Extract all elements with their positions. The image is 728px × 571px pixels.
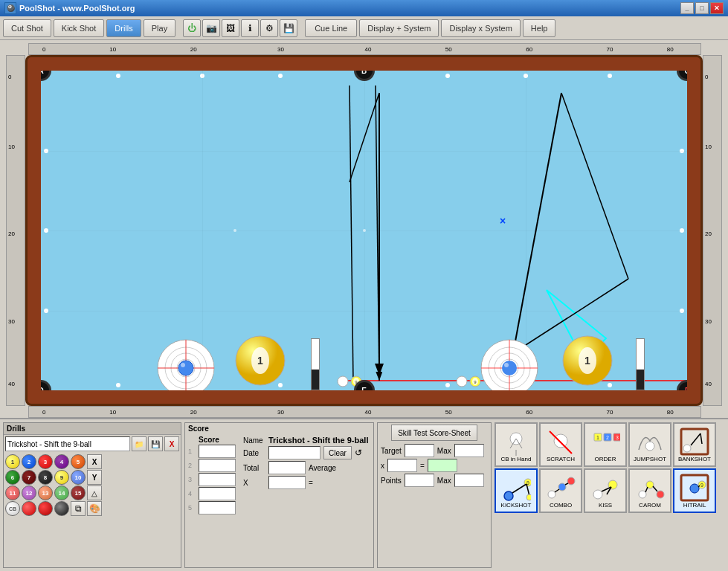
ball-12[interactable]: 12 xyxy=(22,485,36,500)
svg-text:1: 1 xyxy=(596,435,599,440)
svg-text:1: 1 xyxy=(584,355,590,367)
minimize-button[interactable]: _ xyxy=(680,2,694,14)
ball-row-3: 11 12 13 14 15 △ xyxy=(5,485,179,500)
save-icon[interactable]: 💾 xyxy=(280,19,297,37)
power-icon[interactable]: ⏻ xyxy=(183,19,201,37)
right-balls-bottom: 9 xyxy=(456,375,481,387)
svg-line-66 xyxy=(512,484,526,493)
info-icon[interactable]: ℹ xyxy=(241,19,259,37)
maximize-button[interactable]: □ xyxy=(695,2,709,14)
close-button[interactable]: ✕ xyxy=(710,2,724,14)
drill-name-input[interactable] xyxy=(5,436,130,451)
drill-x-button[interactable]: X xyxy=(164,436,179,451)
black-ball[interactable] xyxy=(54,501,69,516)
triangle-icon[interactable]: △ xyxy=(87,485,102,500)
red-ball[interactable] xyxy=(22,501,36,516)
help-button[interactable]: Help xyxy=(523,19,556,37)
cue-ball[interactable]: CB xyxy=(5,501,20,516)
left-gauge xyxy=(311,338,320,390)
skill-test-button[interactable]: Skill Test Score-Sheet xyxy=(391,425,477,441)
refresh-icon[interactable]: ↺ xyxy=(355,448,362,458)
clear-button[interactable]: Clear xyxy=(323,446,352,459)
rail-dot xyxy=(116,383,120,387)
window-controls: _ □ ✕ xyxy=(680,2,724,14)
ball-14[interactable]: 14 xyxy=(54,485,69,500)
photo-icon[interactable]: 🖼 xyxy=(222,19,239,37)
camera-icon[interactable]: 📷 xyxy=(202,19,220,37)
y-button[interactable]: Y xyxy=(87,470,102,485)
ball-10[interactable]: 10 xyxy=(71,470,86,485)
result-input[interactable] xyxy=(428,459,457,472)
palette-icon[interactable]: 🎨 xyxy=(87,501,102,516)
ball-9[interactable]: 9 xyxy=(54,470,69,485)
target-label: Target xyxy=(381,447,402,455)
x-button[interactable]: X xyxy=(87,454,102,469)
ball-8[interactable]: 8 xyxy=(38,470,53,485)
x2-input[interactable] xyxy=(387,459,417,472)
kickshot-icon[interactable]: 9 KICKSHOT xyxy=(495,468,538,513)
svg-point-42 xyxy=(457,376,467,387)
ball-3[interactable]: 3 xyxy=(38,454,53,469)
ball-6[interactable]: 6 xyxy=(5,470,20,485)
carom-icon[interactable]: CAROM xyxy=(628,468,671,513)
ball-4[interactable]: 4 xyxy=(54,454,69,469)
play-button[interactable]: Play xyxy=(144,19,175,37)
display-x-system-button[interactable]: Display x System xyxy=(441,19,520,37)
kick-shot-button[interactable]: Kick Shot xyxy=(54,19,104,37)
scratch-icon[interactable]: SCRATCH xyxy=(539,422,582,467)
points-max-input[interactable] xyxy=(454,474,484,487)
ball-15[interactable]: 15 xyxy=(71,485,86,500)
combo-icon[interactable]: COMBO xyxy=(539,468,582,513)
drills-button[interactable]: Drills xyxy=(106,19,141,37)
score-5-input[interactable] xyxy=(199,501,236,514)
bankshot-icon[interactable]: BANKSHOT xyxy=(673,422,716,467)
max-label: Max xyxy=(437,447,451,455)
pool-table-felt[interactable]: A B C D E F xyxy=(41,71,687,390)
cb-in-hand-icon[interactable]: CB in Hand xyxy=(495,422,538,467)
score-3-input[interactable] xyxy=(199,473,236,486)
ball-grid: 1 2 3 4 5 X 6 7 8 9 10 Y 11 12 xyxy=(4,453,181,517)
rail-dot xyxy=(278,74,283,78)
kiss-icon[interactable]: KISS xyxy=(584,468,627,513)
drill-folder-icon[interactable]: 📁 xyxy=(132,436,146,451)
x-eq-row: x = xyxy=(381,459,488,472)
score-4-input[interactable] xyxy=(199,487,236,500)
red-ball-2[interactable] xyxy=(38,501,53,516)
drill-save-icon[interactable]: 💾 xyxy=(148,436,163,451)
score-2-input[interactable] xyxy=(199,459,236,472)
date-input[interactable] xyxy=(268,446,320,459)
order-icon[interactable]: 1 2 3 ORDER xyxy=(584,422,627,467)
ruler-left: 0 10 20 30 40 xyxy=(6,55,25,406)
total-input[interactable] xyxy=(268,461,306,474)
ball-1[interactable]: 1 xyxy=(5,454,20,469)
ruler-bottom: 0 10 20 30 40 50 60 70 80 xyxy=(28,406,701,418)
ball-5[interactable]: 5 xyxy=(71,454,86,469)
x-input[interactable] xyxy=(268,476,306,489)
hitrail-icon[interactable]: 9 HITRAIL xyxy=(673,468,716,513)
points-input[interactable] xyxy=(405,474,434,487)
copy-icon[interactable]: ⧉ xyxy=(71,501,86,516)
pocket-a: A xyxy=(41,71,51,81)
score-row-header: Score xyxy=(188,436,240,444)
max-input[interactable] xyxy=(454,444,484,457)
skill-inputs: Target Max x = Points Max xyxy=(378,442,491,488)
target-input[interactable] xyxy=(405,444,434,457)
pool-table-container[interactable]: A B C D E F xyxy=(25,55,703,406)
ball-13[interactable]: 13 xyxy=(38,485,53,500)
target-row: Target Max xyxy=(381,444,488,457)
score-1-input[interactable] xyxy=(199,445,236,458)
ball-7[interactable]: 7 xyxy=(22,470,36,485)
display-plus-system-button[interactable]: Display + System xyxy=(359,19,439,37)
cue-line-button[interactable]: Cue Line xyxy=(305,19,357,37)
svg-line-62 xyxy=(700,433,702,444)
ball-2[interactable]: 2 xyxy=(22,454,36,469)
jumpshot-icon[interactable]: JUMPSHOT xyxy=(628,422,671,467)
score-name-area: Score 1 2 3 4 xyxy=(185,434,373,517)
settings-icon[interactable]: ⚙ xyxy=(260,19,278,37)
felt-line xyxy=(41,311,687,312)
svg-text:2: 2 xyxy=(606,435,609,440)
average-label: Average xyxy=(309,464,336,472)
ball-11[interactable]: 11 xyxy=(5,485,20,500)
cut-shot-button[interactable]: Cut Shot xyxy=(3,19,51,37)
app-icon: 🎱 xyxy=(4,2,16,14)
